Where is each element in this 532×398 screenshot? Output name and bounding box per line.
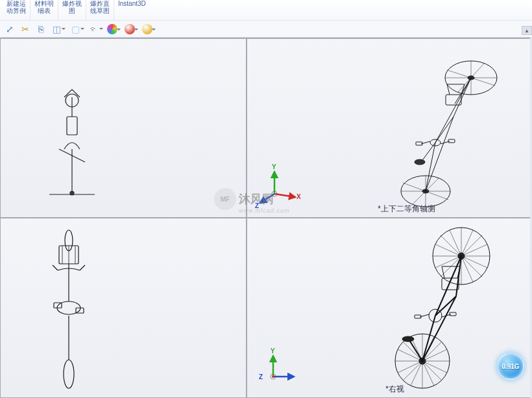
axis-x-label: X xyxy=(296,193,301,200)
svg-line-30 xyxy=(471,78,495,86)
svg-line-29 xyxy=(447,70,471,78)
svg-line-20 xyxy=(435,78,471,143)
copy-icon[interactable]: ⎘ xyxy=(35,23,47,35)
ribbon-label: Instant3D xyxy=(118,0,146,7)
ribbon-group-explode-line-sketch[interactable]: 爆炸直 线草图 xyxy=(86,0,114,20)
ribbon-label: 爆炸直 线草图 xyxy=(90,0,110,14)
command-ribbon: 新建运 动算例 材料明 细表 爆炸视 图 爆炸直 线草图 Instant3D xyxy=(0,0,532,21)
zoom-extents-icon[interactable]: ⤢ xyxy=(4,23,16,35)
ribbon-label: 爆炸视 图 xyxy=(62,0,82,14)
svg-point-105 xyxy=(402,336,414,342)
viewport-label: *右视 xyxy=(385,384,404,395)
svg-line-57 xyxy=(80,265,85,270)
appearances-icon[interactable] xyxy=(107,24,117,34)
axis-y-label: Y xyxy=(271,347,275,355)
section-icon[interactable]: ✂ xyxy=(19,23,31,35)
svg-line-93 xyxy=(461,230,473,256)
heads-up-toolbar: ⤢✂⎘◫▢ᯤ xyxy=(0,21,532,38)
svg-line-42 xyxy=(274,194,295,197)
viewport-label: *上下二等角轴测 xyxy=(378,204,435,215)
svg-line-83 xyxy=(461,256,482,277)
svg-line-66 xyxy=(403,361,422,380)
svg-line-89 xyxy=(461,256,487,268)
model-bicycle xyxy=(33,78,111,201)
svg-line-44 xyxy=(260,194,274,203)
svg-point-110 xyxy=(272,375,274,378)
svg-line-9 xyxy=(403,183,426,191)
svg-line-21 xyxy=(435,117,453,143)
svg-point-40 xyxy=(415,159,425,165)
viewport-bottom-left[interactable] xyxy=(0,218,247,398)
ribbon-group-bom[interactable]: 材料明 细表 xyxy=(30,0,58,20)
model-bicycle xyxy=(370,38,513,214)
svg-line-88 xyxy=(435,244,461,256)
badge-text: 0.91G xyxy=(502,363,519,370)
model-bicycle xyxy=(377,218,507,393)
axis-z-label: Z xyxy=(255,202,259,209)
file-size-badge: 0.91G xyxy=(497,353,524,380)
viewport-bottom-right[interactable]: Y Z *右视 xyxy=(247,218,532,398)
svg-line-94 xyxy=(422,316,435,361)
svg-line-72 xyxy=(398,361,422,373)
ribbon-group-exploded-view[interactable]: 爆炸视 图 xyxy=(58,0,86,20)
svg-line-10 xyxy=(426,191,448,200)
svg-point-45 xyxy=(64,360,74,388)
svg-line-19 xyxy=(426,143,435,191)
viewport-grid: X Y Z *上下二等角轴测 xyxy=(0,38,532,398)
viewport-top-right[interactable]: X Y Z *上下二等角轴测 xyxy=(247,38,532,218)
svg-line-71 xyxy=(422,361,447,373)
svg-line-87 xyxy=(461,256,473,282)
render-icon[interactable] xyxy=(142,24,152,34)
svg-line-86 xyxy=(450,230,461,256)
svg-line-74 xyxy=(411,361,422,386)
scroll-arrow-icon[interactable]: ▲ xyxy=(522,26,532,35)
svg-line-91 xyxy=(461,244,487,256)
triad-2d-icon: Y Z xyxy=(256,347,302,392)
svg-rect-103 xyxy=(450,312,456,316)
axis-y-label: Y xyxy=(272,163,276,170)
model-bicycle xyxy=(27,225,111,393)
svg-rect-26 xyxy=(448,139,455,143)
svg-line-56 xyxy=(53,265,58,270)
svg-rect-3 xyxy=(67,117,77,135)
scene-icon[interactable] xyxy=(125,24,135,34)
svg-line-85 xyxy=(461,235,482,256)
svg-line-65 xyxy=(422,361,442,380)
svg-line-69 xyxy=(422,361,434,386)
viewport-top-left[interactable] xyxy=(0,38,247,218)
triad-3d-icon: X Y Z xyxy=(255,161,307,213)
ribbon-label: 材料明 细表 xyxy=(34,0,54,14)
ribbon-group-instant3d[interactable]: Instant3D xyxy=(114,0,150,20)
axis-z-label: Z xyxy=(259,373,263,380)
hide-show-icon[interactable]: ᯤ xyxy=(88,23,100,35)
svg-line-18 xyxy=(453,78,471,117)
svg-line-11 xyxy=(413,191,426,204)
display-style-icon[interactable]: ▢ xyxy=(69,23,81,35)
ribbon-group-motion-study[interactable]: 新建运 动算例 xyxy=(3,0,30,20)
svg-line-82 xyxy=(441,235,461,256)
svg-line-32 xyxy=(471,64,484,78)
svg-line-17 xyxy=(426,117,453,191)
ribbon-label: 新建运 动算例 xyxy=(6,0,26,14)
svg-line-37 xyxy=(455,78,471,104)
view-orientation-icon[interactable]: ◫ xyxy=(51,23,62,35)
